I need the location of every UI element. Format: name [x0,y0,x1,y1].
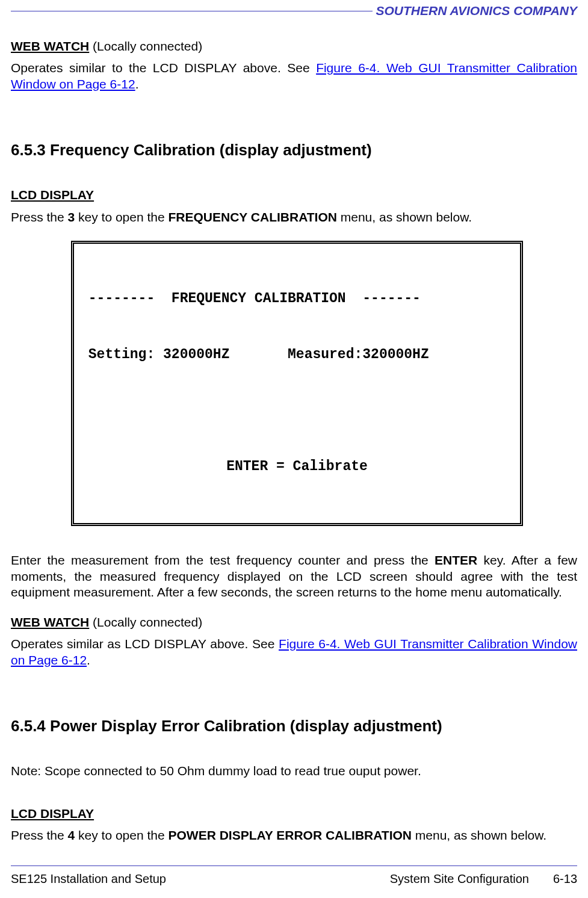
footer-left: SE125 Installation and Setup [11,872,390,886]
lcd-intro-post-654: menu, as shown below. [412,828,546,842]
footer-right: 6-13 [529,872,577,886]
lcd-line3: ENTER = Calibrate [80,457,514,476]
webwatch1-post: . [135,77,139,91]
webwatch1-pre: Operates similar to the LCD DISPLAY abov… [11,61,316,75]
webwatch2-locally: (Locally connected) [89,615,202,629]
lcd-intro-653: Press the 3 key to open the FREQUENCY CA… [11,209,577,225]
after-box-key: ENTER [435,553,477,567]
webwatch1-heading: WEB WATCH (Locally connected) [11,39,577,54]
lcd-line1: -------- FREQUENCY CALIBRATION ------- [80,290,514,308]
lcd-display-title-654: LCD DISPLAY [11,807,94,820]
section-654-heading: 6.5.4 Power Display Error Calibration (d… [11,716,577,736]
header-company: SOUTHERN AVIONICS COMPANY [373,4,577,18]
header-bar: SOUTHERN AVIONICS COMPANY [11,0,577,18]
lcd-line2: Setting: 320000HZ Measured:320000HZ [80,345,514,364]
lcd-intro-post-653: menu, as shown below. [337,210,472,224]
lcd-display-heading-654: LCD DISPLAY [11,806,577,822]
after-box-653: Enter the measurement from the test freq… [11,553,577,600]
lcd-intro-pre-654: Press the [11,828,68,842]
lcd-intro-mid-654: key to open the [75,828,168,842]
lcd-intro-menu-654: POWER DISPLAY ERROR CALIBRATION [169,828,412,842]
lcd-display-heading-653: LCD DISPLAY [11,187,577,203]
webwatch1-body: Operates similar to the LCD DISPLAY abov… [11,60,577,92]
webwatch2-heading: WEB WATCH (Locally connected) [11,615,577,630]
lcd-display-title-653: LCD DISPLAY [11,188,94,202]
webwatch2-post: . [87,653,90,667]
lcd-box-653: -------- FREQUENCY CALIBRATION ------- S… [71,241,523,527]
webwatch2-title: WEB WATCH [11,615,89,629]
lcd-intro-654: Press the 4 key to open the POWER DISPLA… [11,828,577,843]
lcd-blank [80,401,514,420]
lcd-intro-pre-653: Press the [11,210,68,224]
lcd-intro-mid-653: key to open the [75,210,168,224]
footer-center: System Site Configuration [390,872,529,886]
lcd-intro-key-653: 3 [68,210,75,224]
webwatch2-pre: Operates similar as LCD DISPLAY above. S… [11,637,279,651]
section-653-heading: 6.5.3 Frequency Calibration (display adj… [11,140,577,160]
webwatch1-locally: (Locally connected) [89,39,202,53]
note-654: Note: Scope connected to 50 Ohm dummy lo… [11,763,577,779]
after-box-pre: Enter the measurement from the test freq… [11,553,435,567]
header-rule [11,11,373,11]
footer: SE125 Installation and Setup System Site… [11,865,577,886]
webwatch2-body: Operates similar as LCD DISPLAY above. S… [11,636,577,668]
lcd-intro-menu-653: FREQUENCY CALIBRATION [169,210,337,224]
webwatch1-title: WEB WATCH [11,39,89,53]
lcd-intro-key-654: 4 [68,828,75,842]
